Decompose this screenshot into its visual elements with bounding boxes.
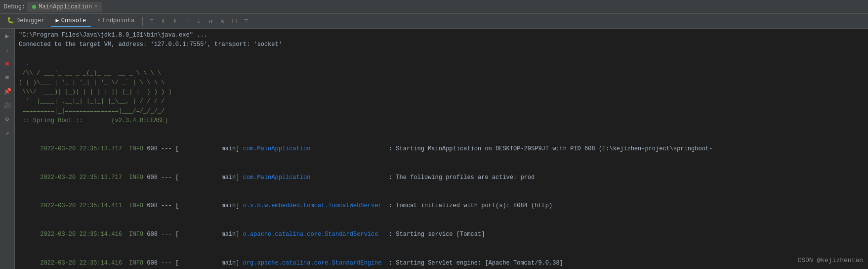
main-layout: ▶ ↓ ■ ≡ 📌 🎥 ⚙ ↗ "C:\Program Files\Java\j… bbox=[0, 29, 868, 269]
lvl-3: INFO bbox=[129, 202, 147, 209]
lvl-1: INFO bbox=[129, 145, 147, 152]
tab-console[interactable]: ▶ Console bbox=[51, 15, 91, 27]
lvl-5: INFO bbox=[129, 260, 147, 267]
console-output: "C:\Program Files\Java\jdk1.8.0_131\bin\… bbox=[15, 29, 868, 269]
ts-5: 2022-03-20 22:35:14.416 bbox=[40, 260, 129, 267]
left-gutter: ▶ ↓ ■ ≡ 📌 🎥 ⚙ ↗ bbox=[0, 29, 15, 269]
logger-4: o.apache.catalina.core.StandardService bbox=[243, 231, 389, 238]
watermark: CSDN @kejizhentan bbox=[797, 257, 863, 264]
tab-endpoints[interactable]: ⚡ Endpoints bbox=[92, 15, 139, 27]
toolbar: 🐛 Debugger ▶ Console ⚡ Endpoints ≡ ⬆ ⬇ ↑… bbox=[0, 14, 868, 29]
msg-1: : Starting MainApplication on DESKTOP-29… bbox=[389, 145, 712, 152]
banner-line-7: :: Spring Boot :: (v2.3.4.RELEASE) bbox=[19, 116, 864, 126]
banner-line-2: /\\ / ___'_ __ _ _(_)_ __ __ _ \ \ \ \ bbox=[19, 69, 864, 78]
pid-2: 608 --- [ main] bbox=[147, 174, 243, 181]
title-bar: Debug: MainApplication × bbox=[0, 0, 868, 14]
gutter-play-icon[interactable]: ▶ bbox=[2, 31, 13, 42]
log-line-4: 2022-03-20 22:35:14.416 INFO 608 --- [ m… bbox=[19, 221, 864, 249]
logger-2: com.MainApplication bbox=[243, 174, 389, 181]
endpoints-icon: ⚡ bbox=[97, 17, 100, 24]
ts-1: 2022-03-20 22:35:13.717 bbox=[40, 145, 129, 152]
banner-line-6: =========|_|===============|___/=/_/_/_/ bbox=[19, 107, 864, 116]
tab-console-label: Console bbox=[61, 17, 86, 24]
status-dot bbox=[32, 5, 36, 9]
pid-5: 608 --- [ main] bbox=[147, 260, 243, 267]
banner-line-4: \\\/ ___)| |_)| | | | | || (_| | ) ) ) ) bbox=[19, 88, 864, 97]
pid-3: 608 --- [ main] bbox=[147, 202, 243, 209]
logger-5: org.apache.catalina.core.StandardEngine bbox=[243, 260, 389, 267]
spring-banner: . ____ _ __ _ _ /\\ / ___'_ __ _ _(_)_ _… bbox=[19, 59, 864, 126]
gutter-camera-icon[interactable]: 🎥 bbox=[2, 100, 13, 111]
gutter-arrow-icon[interactable]: ↗ bbox=[2, 128, 13, 138]
msg-3: : Tomcat initialized with port(s): 8084 … bbox=[389, 202, 552, 209]
gutter-down-icon[interactable]: ↓ bbox=[2, 45, 13, 55]
tab-endpoints-label: Endpoints bbox=[103, 17, 135, 24]
toolbar-btn-down[interactable]: ⬇ bbox=[169, 16, 180, 27]
toolbar-btn-menu[interactable]: ≡ bbox=[146, 16, 157, 27]
toolbar-separator bbox=[142, 17, 143, 26]
toolbar-btn-window[interactable]: □ bbox=[229, 16, 240, 27]
toolbar-btn-list[interactable]: ≡ bbox=[241, 16, 251, 27]
lvl-4: INFO bbox=[129, 231, 147, 238]
banner-line-1: . ____ _ __ _ _ bbox=[19, 59, 864, 69]
console-icon: ▶ bbox=[56, 17, 59, 24]
blank-line bbox=[19, 49, 864, 59]
toolbar-btn-close[interactable]: ✕ bbox=[217, 16, 228, 27]
log-line-2: 2022-03-20 22:35:13.717 INFO 608 --- [ m… bbox=[19, 164, 864, 192]
msg-5: : Starting Servlet engine: [Apache Tomca… bbox=[389, 260, 563, 267]
toolbar-btn-up2[interactable]: ↑ bbox=[181, 16, 192, 27]
log-line-3: 2022-03-20 22:35:14.411 INFO 608 --- [ m… bbox=[19, 192, 864, 221]
gutter-pin-icon[interactable]: 📌 bbox=[2, 86, 13, 97]
ts-3: 2022-03-20 22:35:14.411 bbox=[40, 202, 129, 209]
banner-line-5: ' |____| .__|_| |_|_| |_\__, | / / / / bbox=[19, 97, 864, 106]
tab-debugger-label: Debugger bbox=[16, 17, 45, 24]
connected-line: Connected to the target VM, address: '12… bbox=[19, 40, 864, 49]
blank-line-2 bbox=[19, 126, 864, 135]
debugger-icon: 🐛 bbox=[7, 17, 14, 24]
close-tab-button[interactable]: × bbox=[94, 4, 97, 9]
toolbar-btn-down2[interactable]: ↓ bbox=[193, 16, 204, 27]
log-line-1: 2022-03-20 22:35:13.717 INFO 608 --- [ m… bbox=[19, 135, 864, 164]
gutter-list-icon[interactable]: ≡ bbox=[2, 72, 13, 83]
lvl-2: INFO bbox=[129, 174, 147, 181]
msg-4: : Starting service [Tomcat] bbox=[389, 231, 485, 238]
toolbar-btn-up[interactable]: ⬆ bbox=[158, 16, 168, 27]
msg-2: : The following profiles are active: pro… bbox=[389, 174, 535, 181]
cmd-line: "C:\Program Files\Java\jdk1.8.0_131\bin\… bbox=[19, 31, 864, 40]
ts-2: 2022-03-20 22:35:13.717 bbox=[40, 174, 129, 181]
ts-4: 2022-03-20 22:35:14.416 bbox=[40, 231, 129, 238]
pid-1: 608 --- [ main] bbox=[147, 145, 243, 152]
pid-4: 608 --- [ main] bbox=[147, 231, 243, 238]
gutter-gear-icon[interactable]: ⚙ bbox=[2, 114, 13, 125]
gutter-stop-icon[interactable]: ■ bbox=[2, 58, 13, 69]
logger-1: com.MainApplication bbox=[243, 145, 389, 152]
app-tab-label: MainApplication bbox=[39, 3, 92, 10]
logger-3: o.s.b.w.embedded.tomcat.TomcatWebServer bbox=[243, 202, 389, 209]
banner-line-3: ( ( )\___ | '_ | '_| | '_ \/ _` | \ \ \ … bbox=[19, 78, 864, 88]
toolbar-btn-refresh[interactable]: ↺ bbox=[205, 16, 216, 27]
app-tab[interactable]: MainApplication × bbox=[27, 2, 102, 12]
debug-label: Debug: bbox=[4, 3, 25, 10]
log-line-5: 2022-03-20 22:35:14.416 INFO 608 --- [ m… bbox=[19, 249, 864, 269]
tab-debugger[interactable]: 🐛 Debugger bbox=[2, 15, 50, 27]
